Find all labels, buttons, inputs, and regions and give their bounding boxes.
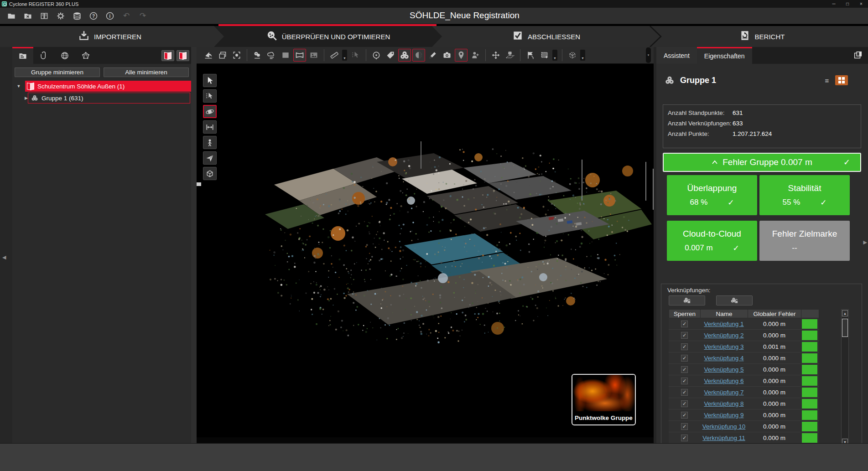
add-person-icon[interactable] bbox=[469, 49, 482, 62]
collapse-all-button[interactable]: Alle minimieren bbox=[104, 67, 189, 77]
collapse-left-panel-arrow[interactable]: ◀ bbox=[2, 254, 6, 260]
tab-project-tree[interactable] bbox=[12, 47, 33, 64]
solid-view-icon[interactable] bbox=[279, 49, 292, 62]
link-name-link[interactable]: Verknüpfung 1 bbox=[700, 318, 748, 329]
info-icon[interactable] bbox=[104, 10, 116, 22]
link-lock-checkbox[interactable]: ✓ bbox=[669, 364, 700, 375]
limit-sphere-icon[interactable] bbox=[412, 49, 425, 62]
scroll-up-button[interactable]: ▲ bbox=[842, 310, 848, 316]
link-name-link[interactable]: Verknüpfung 11 bbox=[700, 432, 748, 443]
copy-view-icon[interactable] bbox=[216, 49, 229, 62]
settings-gear-icon[interactable] bbox=[55, 10, 67, 22]
link-lock-checkbox[interactable]: ✓ bbox=[669, 318, 700, 329]
pick-point-icon[interactable] bbox=[349, 49, 362, 62]
toolbar-overflow-handle[interactable]: ▾ bbox=[646, 47, 651, 63]
lock-all-links-button[interactable] bbox=[669, 295, 705, 305]
link-lock-checkbox[interactable]: ✓ bbox=[669, 330, 700, 341]
camera-icon[interactable] bbox=[441, 49, 453, 62]
fly-tool-button[interactable] bbox=[203, 151, 217, 165]
tree-item-group[interactable]: ▶ Gruppe 1 (631) bbox=[12, 93, 191, 104]
tab-ueberpruefen-und-optimieren[interactable]: ÜBERPRÜFEN UND OPTIMIEREN bbox=[214, 26, 442, 47]
panorama-view-icon[interactable] bbox=[293, 49, 306, 62]
link-lock-checkbox[interactable]: ✓ bbox=[669, 341, 700, 352]
visual-alignment-icon[interactable] bbox=[524, 49, 537, 62]
orbit-tool-button[interactable] bbox=[203, 105, 217, 118]
link-lock-checkbox[interactable]: ✓ bbox=[669, 432, 700, 443]
view-cube-button[interactable] bbox=[203, 167, 217, 180]
image-view-icon[interactable] bbox=[307, 49, 320, 62]
tile-cloud-to-cloud[interactable]: Cloud-to-Cloud 0.007 m✓ bbox=[667, 221, 757, 261]
unlock-all-links-button[interactable] bbox=[716, 295, 753, 305]
cloud-pair-icon[interactable] bbox=[265, 49, 278, 62]
limit-box-dropdown[interactable]: ▼ bbox=[580, 50, 585, 61]
tree-expand-arrow[interactable]: ▼ bbox=[12, 84, 25, 88]
tab-abschliessen[interactable]: ABSCHLIESSEN bbox=[437, 26, 655, 47]
tree-collapse-arrow[interactable]: ▶ bbox=[12, 96, 28, 100]
link-lock-checkbox[interactable]: ✓ bbox=[669, 375, 700, 386]
tag-icon[interactable] bbox=[384, 49, 397, 62]
bundle-action-button-1[interactable] bbox=[161, 50, 174, 61]
link-name-link[interactable]: Verknüpfung 8 bbox=[700, 398, 748, 409]
target-icon[interactable] bbox=[370, 49, 383, 62]
link-lock-checkbox[interactable]: ✓ bbox=[669, 409, 700, 420]
3d-viewport[interactable]: Punktwolke Gruppe bbox=[197, 64, 654, 443]
link-name-link[interactable]: Verknüpfung 3 bbox=[700, 341, 748, 352]
link-name-link[interactable]: Verknüpfung 4 bbox=[700, 352, 748, 363]
redo-button[interactable]: ↷ bbox=[137, 10, 149, 22]
link-name-link[interactable]: Verknüpfung 10 bbox=[700, 421, 748, 432]
scroll-thumb[interactable] bbox=[842, 319, 848, 337]
expand-right-panel-arrow[interactable]: ▶ bbox=[863, 239, 867, 245]
markup-pen-icon[interactable] bbox=[426, 49, 439, 62]
bundle-action-button-2[interactable] bbox=[177, 50, 189, 61]
storage-database-icon[interactable] bbox=[71, 10, 83, 22]
panel-layout-toggle-icon[interactable] bbox=[852, 50, 863, 60]
tree-item-site[interactable]: ▼ Schulzentrum Söhlde Außen (1) bbox=[12, 81, 191, 92]
undo-button[interactable]: ↶ bbox=[120, 10, 132, 22]
tab-assistent[interactable]: Assistent bbox=[656, 47, 697, 64]
grid-view-button[interactable] bbox=[835, 75, 848, 85]
measure-dropdown[interactable]: ▼ bbox=[342, 50, 347, 61]
limit-box-icon[interactable] bbox=[566, 49, 579, 62]
collapse-group-button[interactable]: Gruppe minimieren bbox=[15, 67, 100, 77]
tile-fehler-zielmarke[interactable]: Fehler Zielmarke -- bbox=[759, 221, 850, 261]
selection-mode-dropdown[interactable]: ▼ bbox=[552, 50, 557, 61]
project-manager-button[interactable] bbox=[38, 10, 50, 22]
export-sitemap-icon[interactable] bbox=[202, 49, 215, 62]
move-station-icon[interactable] bbox=[489, 49, 502, 62]
links-table-scrollbar[interactable]: ▲ ▼ bbox=[841, 309, 849, 446]
tab-importieren[interactable]: IMPORTIEREN bbox=[0, 26, 219, 47]
link-name-link[interactable]: Verknüpfung 5 bbox=[700, 364, 748, 375]
group-thumbnail-card[interactable]: Punktwolke Gruppe bbox=[572, 374, 636, 425]
selection-mode-icon[interactable] bbox=[538, 49, 551, 62]
link-name-link[interactable]: Verknüpfung 7 bbox=[700, 387, 748, 398]
cursor-tool-button[interactable] bbox=[203, 74, 217, 87]
station-to-plan-icon[interactable] bbox=[504, 49, 516, 62]
help-icon[interactable] bbox=[88, 10, 99, 22]
measure-ruler-icon[interactable] bbox=[328, 49, 341, 62]
open-project-button[interactable] bbox=[5, 10, 17, 22]
close-button[interactable]: × bbox=[854, 0, 868, 8]
tile-ueberlappung[interactable]: Überlappung 68 %✓ bbox=[667, 175, 757, 215]
station-cloud-icon[interactable] bbox=[251, 49, 264, 62]
link-name-link[interactable]: Verknüpfung 6 bbox=[700, 375, 748, 386]
group-error-banner[interactable]: Fehler Gruppe 0.007 m ✓ bbox=[663, 153, 861, 172]
link-lock-checkbox[interactable]: ✓ bbox=[669, 387, 700, 398]
tile-stabilitaet[interactable]: Stabilität 55 %✓ bbox=[759, 175, 850, 215]
list-view-button[interactable]: ≡ bbox=[821, 75, 833, 85]
geotag-pin-icon[interactable] bbox=[455, 49, 468, 62]
link-lock-checkbox[interactable]: ✓ bbox=[669, 421, 700, 432]
walk-tool-button[interactable] bbox=[203, 136, 217, 149]
tab-eigenschaften[interactable]: Eigenschaften bbox=[697, 47, 752, 64]
link-name-link[interactable]: Verknüpfung 9 bbox=[700, 409, 748, 420]
close-project-button[interactable] bbox=[22, 10, 34, 22]
minimize-button[interactable]: ─ bbox=[827, 0, 841, 8]
tab-attachments[interactable] bbox=[33, 47, 54, 64]
capture-region-icon[interactable] bbox=[230, 49, 243, 62]
cloud-annotation-icon[interactable] bbox=[398, 49, 411, 62]
maximize-button[interactable]: □ bbox=[841, 0, 854, 8]
link-name-link[interactable]: Verknüpfung 2 bbox=[700, 330, 748, 341]
tab-bericht[interactable]: BERICHT bbox=[655, 26, 868, 47]
select-tool-button[interactable] bbox=[203, 89, 217, 103]
pan-distance-tool-button[interactable] bbox=[203, 120, 217, 134]
link-lock-checkbox[interactable]: ✓ bbox=[669, 352, 700, 363]
